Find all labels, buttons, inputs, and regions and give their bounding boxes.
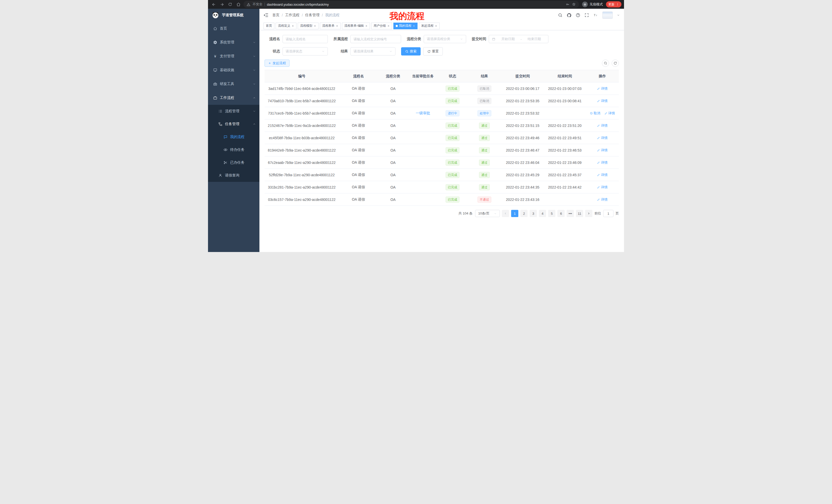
more-pages-button[interactable]: ••• xyxy=(567,210,574,217)
page-button-1[interactable]: 1 xyxy=(511,210,518,217)
detail-link[interactable]: 详情 xyxy=(597,197,607,202)
breadcrumb-home[interactable]: 首页 xyxy=(272,13,280,18)
detail-link[interactable]: 详情 xyxy=(597,86,607,91)
toggle-search-icon[interactable] xyxy=(602,60,609,67)
sidebar-item-home[interactable]: 首页 xyxy=(208,22,259,35)
kebab-menu-icon[interactable] xyxy=(616,3,619,6)
page-size-select[interactable]: 10条/页 xyxy=(475,210,500,217)
workflow-submenu: 流程管理 任务管理 xyxy=(208,105,259,182)
bookmark-star-icon[interactable] xyxy=(572,2,576,6)
reload-icon[interactable] xyxy=(227,1,233,7)
current-task-link[interactable]: 一级审批 xyxy=(416,111,430,115)
cancel-link[interactable]: 取消 xyxy=(590,111,600,116)
update-button[interactable]: 更新 xyxy=(606,1,621,7)
hamburger-icon[interactable] xyxy=(263,12,269,18)
status-badge: 进行中 xyxy=(446,110,460,116)
result-select[interactable]: 请选择流结果 xyxy=(350,47,395,55)
detail-link[interactable]: 详情 xyxy=(597,185,607,190)
github-icon[interactable] xyxy=(567,13,572,18)
page-button-3[interactable]: 3 xyxy=(530,210,537,217)
sidebar-item-devtools[interactable]: 研发工具 xyxy=(208,77,259,91)
detail-label: 详情 xyxy=(601,197,607,202)
tab-my-process[interactable]: 我的流程 xyxy=(393,23,418,29)
tab-process-definition[interactable]: 流程定义 xyxy=(276,23,296,29)
detail-link[interactable]: 详情 xyxy=(597,173,607,177)
cell-result: 不通过 xyxy=(467,197,502,203)
date-end-placeholder: 结束日期 xyxy=(523,37,545,41)
refresh-table-icon[interactable] xyxy=(612,60,619,67)
incognito-badge[interactable]: 无痕模式 xyxy=(581,2,604,7)
breadcrumb-task-management[interactable]: 任务管理 xyxy=(305,13,319,18)
search-button[interactable]: 搜索 xyxy=(401,47,421,55)
process-id-input[interactable] xyxy=(350,35,401,43)
page-button-11[interactable]: 11 xyxy=(576,210,583,217)
tab-process-form[interactable]: 流程表单 xyxy=(320,23,341,29)
sidebar-item-done-tasks[interactable]: 已办任务 xyxy=(208,156,259,169)
cell-end-time: 2022-01-22 23:45:37 xyxy=(544,173,586,177)
avatar[interactable] xyxy=(602,11,613,19)
close-icon[interactable] xyxy=(291,25,294,27)
sidebar-item-payment[interactable]: ¥ 支付管理 xyxy=(208,49,259,63)
tab-process-form-edit[interactable]: 流程表单-编辑 xyxy=(342,23,370,29)
detail-link[interactable]: 详情 xyxy=(597,123,607,128)
tab-label: 流程表单 xyxy=(322,24,335,28)
sidebar-item-todo-tasks[interactable]: 待办任务 xyxy=(208,143,259,156)
active-dot xyxy=(396,25,398,27)
tab-home[interactable]: 首页 xyxy=(263,23,274,29)
detail-link[interactable]: 详情 xyxy=(597,136,607,140)
sidebar-item-my-process[interactable]: 我的流程 xyxy=(208,131,259,143)
sidebar-item-system[interactable]: 系统管理 xyxy=(208,35,259,49)
cell-id: 331bc281-7b9a-11ec-a290-acde48001122 xyxy=(265,185,339,189)
detail-label: 详情 xyxy=(601,86,607,91)
prev-page-button[interactable] xyxy=(502,210,509,217)
tab-process-model[interactable]: 流程模型 xyxy=(298,23,318,29)
next-page-button[interactable] xyxy=(585,210,592,217)
page-button-6[interactable]: 6 xyxy=(557,210,565,217)
date-range-picker[interactable]: 开始日期 - 结束日期 xyxy=(489,35,548,43)
sidebar-item-task-management[interactable]: 任务管理 xyxy=(208,118,259,131)
forward-icon[interactable] xyxy=(219,1,225,7)
page-button-2[interactable]: 2 xyxy=(520,210,527,217)
close-icon[interactable] xyxy=(387,25,390,27)
home-icon[interactable] xyxy=(235,1,241,7)
cell-name: OA 请假 xyxy=(339,197,378,202)
process-name-input[interactable] xyxy=(283,35,328,43)
page-button-4[interactable]: 4 xyxy=(539,210,546,217)
close-icon[interactable] xyxy=(336,25,338,27)
sidebar-item-leave-query[interactable]: 请假查询 xyxy=(208,169,259,182)
fullscreen-icon[interactable] xyxy=(584,13,589,18)
page-button-5[interactable]: 5 xyxy=(548,210,555,217)
sidebar-item-infrastructure[interactable]: 基础设施 xyxy=(208,63,259,77)
sidebar-item-workflow[interactable]: 工作流程 xyxy=(208,91,259,105)
tab-label: 流程模型 xyxy=(300,24,312,28)
back-icon[interactable] xyxy=(211,1,217,7)
detail-link[interactable]: 详情 xyxy=(597,160,607,165)
address-bar[interactable]: 不安全 dashboard.yudao.iocoder.cn/bpm/task/… xyxy=(243,1,579,8)
font-size-icon[interactable]: TT xyxy=(593,13,598,18)
search-icon[interactable] xyxy=(558,13,563,18)
category-select[interactable]: 请选择流程分类 xyxy=(424,35,466,43)
avatar-caret-icon[interactable] xyxy=(617,13,620,17)
detail-link[interactable]: 详情 xyxy=(597,148,607,152)
tab-start-process[interactable]: 发起流程 xyxy=(419,23,440,29)
breadcrumb-workflow[interactable]: 工作流程 xyxy=(285,13,300,18)
reset-button[interactable]: 重置 xyxy=(423,47,443,55)
sidebar-item-process-management[interactable]: 流程管理 xyxy=(208,105,259,118)
help-icon[interactable] xyxy=(576,13,580,18)
cell-result: 处理中 xyxy=(467,110,502,116)
cell-submit-time: 2022-01-23 00:06:17 xyxy=(502,87,544,91)
status-select[interactable]: 请选择状态 xyxy=(283,47,328,55)
cell-category: OA xyxy=(378,198,408,202)
cell-name: OA 请假 xyxy=(339,111,378,116)
start-process-button[interactable]: 发起流程 xyxy=(265,60,289,67)
tab-user-group[interactable]: 用户分组 xyxy=(371,23,392,29)
detail-link[interactable]: 详情 xyxy=(604,111,615,116)
password-key-icon[interactable] xyxy=(566,2,570,6)
goto-page-input[interactable] xyxy=(603,210,614,217)
close-icon[interactable] xyxy=(413,25,415,27)
sidebar: 芋道管理系统 首页 系统管理 ¥ 支付管理 xyxy=(208,9,259,252)
close-icon[interactable] xyxy=(365,25,368,27)
close-icon[interactable] xyxy=(435,25,437,27)
detail-link[interactable]: 详情 xyxy=(597,99,607,103)
close-icon[interactable] xyxy=(314,25,316,27)
